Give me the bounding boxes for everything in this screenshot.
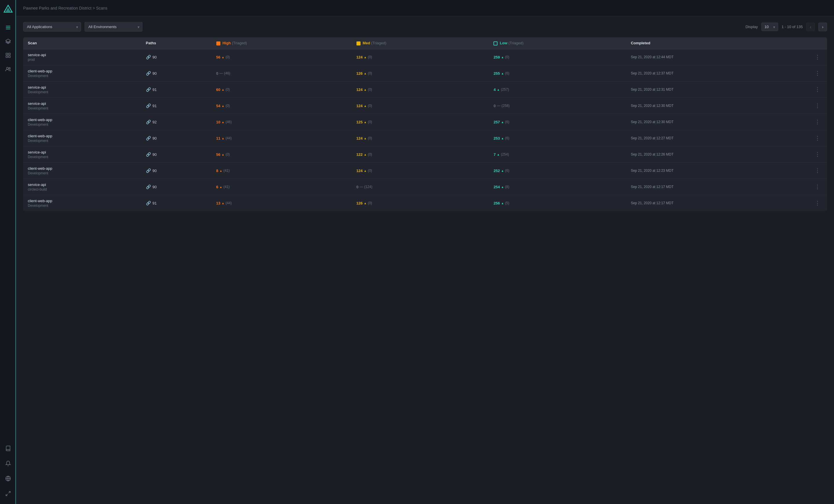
- scan-name-cell: service-api Development: [23, 81, 141, 97]
- globe-icon[interactable]: [2, 473, 14, 484]
- actions-cell: ⋮: [808, 97, 827, 114]
- low-count: 256: [493, 201, 500, 205]
- table-row[interactable]: client-web-app Development 🔗 91 13 ▲ (44…: [23, 195, 827, 211]
- next-page-button[interactable]: ›: [818, 23, 827, 31]
- svg-rect-8: [6, 56, 7, 58]
- med-cell: 124 ▲ (0): [352, 162, 489, 179]
- paths-count: 90: [153, 136, 157, 140]
- high-cell: 8 ▲ (41): [212, 162, 352, 179]
- link-icon: 🔗: [146, 87, 151, 92]
- completed-cell: Sep 21, 2020 at 12:37 MDT: [626, 65, 808, 81]
- row-more-button[interactable]: ⋮: [813, 117, 822, 126]
- med-triaged: (0): [368, 87, 372, 91]
- svg-line-14: [8, 491, 10, 493]
- med-triaged: (0): [368, 201, 372, 205]
- row-more-button[interactable]: ⋮: [813, 199, 822, 207]
- environments-filter-wrapper: All Environments: [85, 22, 142, 31]
- high-triaged: (41): [223, 185, 229, 189]
- table-header-row: Scan Paths High (Triaged) Med (Triaged): [23, 37, 827, 49]
- med-count: 122: [356, 152, 363, 157]
- layers-icon[interactable]: [2, 36, 14, 47]
- scan-name: client-web-app: [28, 69, 137, 73]
- table-row[interactable]: client-web-app Development 🔗 90 11 ▲ (44…: [23, 130, 827, 146]
- low-count: 257: [493, 120, 500, 124]
- med-cell: 126 ▲ (0): [352, 195, 489, 211]
- low-cell: 256 ▲ (5): [489, 195, 626, 211]
- table-row[interactable]: client-web-app Development 🔗 92 10 ▲ (46…: [23, 114, 827, 130]
- high-count: 54: [216, 104, 220, 108]
- actions-cell: ⋮: [808, 179, 827, 195]
- table-row[interactable]: client-web-app Development 🔗 90 0 — (46)…: [23, 65, 827, 81]
- scan-env: Development: [28, 171, 137, 175]
- paths-count: 91: [153, 104, 157, 108]
- paths-cell: 🔗 90: [141, 146, 212, 162]
- row-more-button[interactable]: ⋮: [813, 134, 822, 143]
- breadcrumb: Pawnee Parks and Recreation District > S…: [23, 6, 107, 10]
- table-row[interactable]: service-api Development 🔗 91 60 ▲ (0) 12…: [23, 81, 827, 97]
- table-row[interactable]: service-api prod 🔗 90 56 ▲ (0) 124: [23, 49, 827, 65]
- med-triaged: (0): [368, 120, 372, 124]
- low-cell: 4 ▲ (257): [489, 81, 626, 97]
- high-count: 8: [216, 169, 218, 173]
- expand-icon[interactable]: [2, 488, 14, 499]
- applications-filter[interactable]: All Applications: [23, 22, 81, 31]
- high-cell: 10 ▲ (46): [212, 114, 352, 130]
- high-cell: 54 ▲ (0): [212, 97, 352, 114]
- table-row[interactable]: client-web-app Development 🔗 90 8 ▲ (41)…: [23, 162, 827, 179]
- app-logo[interactable]: [3, 5, 13, 15]
- high-triaged: (0): [225, 55, 230, 59]
- display-label: Display: [745, 25, 758, 29]
- row-more-button[interactable]: ⋮: [813, 53, 822, 61]
- high-count: 56: [216, 152, 220, 157]
- scan-env: Development: [28, 90, 137, 94]
- pagination-bar: Display 10 25 50 100 1 - 10 of 135 ‹ ›: [745, 23, 827, 31]
- bell-icon[interactable]: [2, 458, 14, 469]
- book-icon[interactable]: [2, 443, 14, 454]
- actions-cell: ⋮: [808, 162, 827, 179]
- row-more-button[interactable]: ⋮: [813, 166, 822, 175]
- completed-cell: Sep 21, 2020 at 12:27 MDT: [626, 130, 808, 146]
- menu-icon[interactable]: [2, 22, 14, 33]
- high-cell: 11 ▲ (44): [212, 130, 352, 146]
- link-icon: 🔗: [146, 152, 151, 157]
- actions-cell: ⋮: [808, 146, 827, 162]
- page-info: 1 - 10 of 135: [782, 25, 803, 29]
- row-more-button[interactable]: ⋮: [813, 150, 822, 159]
- grid-icon[interactable]: [2, 49, 14, 61]
- table-row[interactable]: service-api Development 🔗 91 54 ▲ (0) 12…: [23, 97, 827, 114]
- col-header-low: Low (Triaged): [489, 37, 626, 49]
- display-select[interactable]: 10 25 50 100: [761, 23, 778, 31]
- filter-bar: All Applications All Environments Displa…: [23, 22, 827, 31]
- med-count: 124: [356, 55, 363, 59]
- low-count: 0: [493, 104, 496, 108]
- link-icon: 🔗: [146, 184, 151, 189]
- scan-env: Development: [28, 155, 137, 159]
- table-row[interactable]: service-api Development 🔗 90 56 ▲ (0) 12…: [23, 146, 827, 162]
- scan-name-cell: service-api prod: [23, 49, 141, 65]
- high-triaged: (44): [225, 136, 232, 140]
- row-more-button[interactable]: ⋮: [813, 69, 822, 78]
- scan-env: circleci-build: [28, 188, 137, 192]
- link-icon: 🔗: [146, 71, 151, 75]
- col-header-completed: Completed: [626, 37, 808, 49]
- display-select-wrapper: 10 25 50 100: [761, 23, 778, 31]
- high-cell: 56 ▲ (0): [212, 49, 352, 65]
- paths-count: 90: [153, 55, 157, 59]
- row-more-button[interactable]: ⋮: [813, 102, 822, 110]
- users-icon[interactable]: [2, 63, 14, 75]
- low-count: 253: [493, 136, 500, 140]
- row-more-button[interactable]: ⋮: [813, 85, 822, 94]
- scan-name: client-web-app: [28, 134, 137, 138]
- table-row[interactable]: service-api circleci-build 🔗 90 6 ▲ (41)…: [23, 179, 827, 195]
- scan-env: prod: [28, 58, 137, 62]
- med-cell: 125 ▲ (0): [352, 114, 489, 130]
- actions-cell: ⋮: [808, 195, 827, 211]
- row-more-button[interactable]: ⋮: [813, 182, 822, 191]
- environments-filter[interactable]: All Environments: [85, 22, 142, 31]
- med-cell: 124 ▲ (0): [352, 81, 489, 97]
- low-cell: 7 ▲ (254): [489, 146, 626, 162]
- low-triaged: (5): [505, 201, 509, 205]
- svg-rect-9: [8, 56, 10, 58]
- med-cell: 124 ▲ (0): [352, 49, 489, 65]
- prev-page-button[interactable]: ‹: [806, 23, 815, 31]
